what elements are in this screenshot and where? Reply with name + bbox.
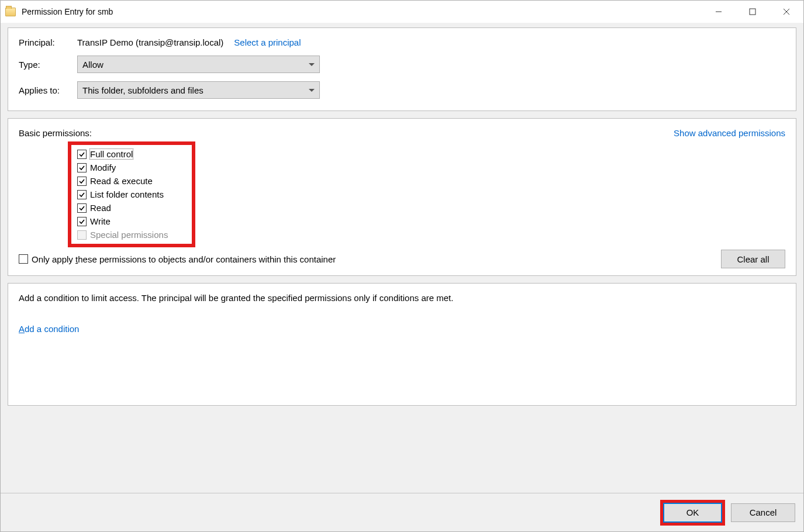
principal-value: TransIP Demo (transip@transip.local): [77, 37, 223, 47]
check-icon: [78, 205, 85, 212]
permissions-panel: Basic permissions: Show advanced permiss…: [8, 118, 796, 276]
permission-label: Read: [90, 203, 111, 213]
check-icon: [78, 151, 85, 158]
titlebar: Permission Entry for smb: [1, 1, 803, 23]
permission-label: Write: [90, 216, 111, 226]
cancel-button[interactable]: Cancel: [731, 503, 795, 522]
clear-all-button[interactable]: Clear all: [721, 250, 785, 268]
permission-item[interactable]: Read: [77, 201, 185, 215]
permission-label: Special permissions: [90, 230, 168, 240]
content-area: Principal: TransIP Demo (transip@transip…: [1, 23, 803, 493]
minimize-button[interactable]: [702, 1, 736, 23]
permission-item[interactable]: Modify: [77, 161, 185, 174]
ok-button[interactable]: OK: [663, 503, 722, 523]
select-principal-link[interactable]: Select a principal: [234, 37, 301, 47]
principal-panel: Principal: TransIP Demo (transip@transip…: [8, 27, 796, 111]
permission-item[interactable]: List folder contents: [77, 188, 185, 201]
condition-description: Add a condition to limit access. The pri…: [19, 293, 785, 303]
window-buttons: [702, 1, 803, 23]
chevron-down-icon: [309, 63, 315, 66]
only-apply-row: Only apply these permissions to objects …: [19, 250, 785, 268]
permission-checkbox[interactable]: [77, 203, 87, 213]
permission-checkbox[interactable]: [77, 163, 87, 172]
close-icon: [783, 8, 790, 15]
type-label: Type:: [19, 60, 77, 70]
permission-label: Modify: [90, 163, 116, 172]
permission-label: Full control: [90, 149, 133, 159]
principal-label: Principal:: [19, 37, 77, 47]
svg-rect-1: [750, 9, 755, 15]
check-icon: [78, 218, 85, 225]
permission-item[interactable]: Full control: [77, 147, 185, 161]
applies-to-select[interactable]: This folder, subfolders and files: [77, 81, 320, 99]
minimize-icon: [715, 8, 722, 15]
applies-to-label: Applies to:: [19, 85, 77, 95]
permission-label: Read & execute: [90, 176, 153, 186]
only-apply-checkbox-group[interactable]: Only apply these permissions to objects …: [19, 254, 336, 264]
maximize-icon: [749, 8, 756, 15]
check-icon: [78, 164, 85, 171]
type-row: Type: Allow: [19, 56, 785, 73]
show-advanced-link[interactable]: Show advanced permissions: [674, 128, 785, 138]
folder-icon: [5, 8, 16, 16]
check-icon: [78, 178, 85, 185]
chevron-down-icon: [309, 89, 315, 92]
permission-label: List folder contents: [90, 189, 164, 199]
basic-permissions-label: Basic permissions:: [19, 128, 92, 138]
check-icon: [78, 191, 85, 198]
permission-item[interactable]: Read & execute: [77, 174, 185, 188]
window-title: Permission Entry for smb: [22, 7, 702, 16]
permission-checkbox: [77, 230, 87, 240]
footer: OK Cancel: [1, 493, 803, 531]
permission-checkbox[interactable]: [77, 217, 87, 226]
add-condition-link[interactable]: Add a condition: [19, 324, 79, 334]
ok-highlight: OK: [660, 500, 725, 526]
only-apply-label: Only apply these permissions to objects …: [32, 254, 336, 264]
permissions-list: Full controlModifyRead & executeList fol…: [68, 141, 195, 247]
type-select[interactable]: Allow: [77, 56, 320, 73]
maximize-button[interactable]: [736, 1, 770, 23]
permission-item[interactable]: Write: [77, 215, 185, 228]
type-value: Allow: [82, 60, 103, 70]
window: Permission Entry for smb Principal: Tran…: [0, 0, 804, 532]
close-button[interactable]: [770, 1, 803, 23]
permission-item: Special permissions: [77, 228, 185, 241]
applies-to-row: Applies to: This folder, subfolders and …: [19, 81, 785, 99]
applies-to-value: This folder, subfolders and files: [82, 85, 203, 95]
permission-checkbox[interactable]: [77, 190, 87, 199]
principal-row: Principal: TransIP Demo (transip@transip…: [19, 37, 785, 47]
permissions-header: Basic permissions: Show advanced permiss…: [19, 128, 785, 138]
permission-checkbox[interactable]: [77, 150, 87, 159]
permission-checkbox[interactable]: [77, 177, 87, 186]
condition-panel: Add a condition to limit access. The pri…: [8, 283, 796, 406]
only-apply-checkbox[interactable]: [19, 254, 28, 264]
